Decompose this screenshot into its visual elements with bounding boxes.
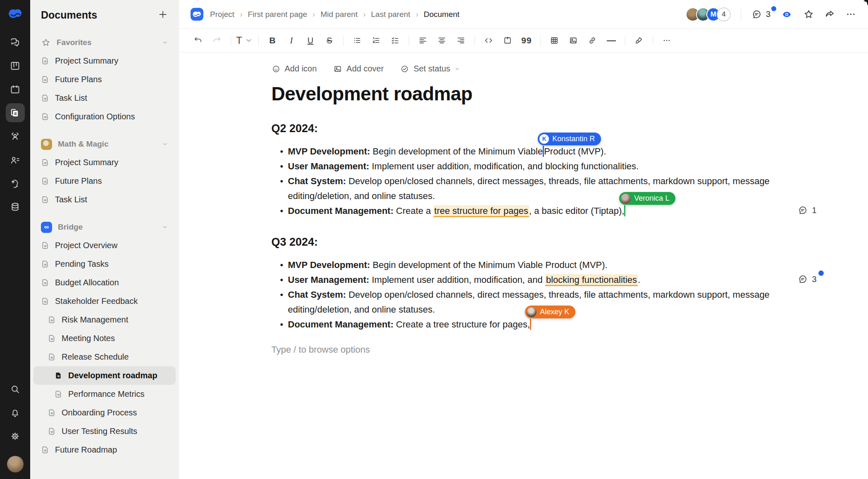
rail-documents[interactable]: [6, 103, 25, 122]
underline-button[interactable]: U: [301, 32, 320, 49]
sidebar-item-configuration-options[interactable]: Configuration Options: [33, 107, 176, 126]
align-right-button[interactable]: [452, 32, 470, 49]
sidebar-item-user-testing-results[interactable]: User Testing Results: [33, 422, 176, 441]
collaborator-overflow-count[interactable]: 4: [717, 7, 731, 21]
bullet-item[interactable]: Document Management: Create a tree struc…: [288, 317, 776, 332]
check-list-button[interactable]: [386, 32, 404, 49]
rail-team[interactable]: [6, 127, 25, 146]
new-document-button[interactable]: [157, 9, 168, 21]
redo-button[interactable]: [208, 32, 226, 49]
breadcrumb-separator: ›: [363, 10, 365, 19]
table-button[interactable]: [545, 32, 563, 49]
sidebar-item-project-summary[interactable]: Project Summary: [33, 153, 176, 172]
add-cover-button[interactable]: Add cover: [333, 64, 384, 74]
bullet-list-button[interactable]: [348, 32, 366, 49]
link-button[interactable]: [583, 32, 601, 49]
image-button[interactable]: [564, 32, 582, 49]
section-header-favorites[interactable]: Favorites: [33, 33, 176, 52]
ordered-list-button[interactable]: [367, 32, 385, 49]
rail-contacts[interactable]: [6, 150, 25, 169]
bullet-item[interactable]: User Management: Implement user addition…: [288, 273, 776, 287]
more-button[interactable]: [658, 32, 676, 49]
margin-comment-badge[interactable]: 3: [797, 274, 817, 285]
section-header-math-magic[interactable]: Math & Magic: [33, 135, 176, 153]
sidebar-item-stakeholder-feedback[interactable]: Stakeholder Feedback: [33, 292, 176, 311]
section-heading-q2-2024[interactable]: Q2 2024:: [272, 122, 776, 135]
team-icon: [10, 131, 21, 142]
sidebar-item-project-summary[interactable]: Project Summary: [33, 52, 176, 70]
breadcrumb-item-document[interactable]: Document: [424, 10, 460, 19]
rail-ai-assistant[interactable]: [6, 174, 25, 193]
cursor-label-veronica: Veronica L: [619, 192, 675, 205]
sidebar-item-future-plans[interactable]: Future Plans: [33, 70, 176, 89]
text-style-button[interactable]: T: [236, 32, 254, 49]
align-center-button[interactable]: [433, 32, 451, 49]
section-header-bridge[interactable]: ∞Bridge: [33, 218, 176, 236]
sidebar-item-development-roadmap[interactable]: Development roadmap: [33, 366, 176, 385]
margin-comment-badge[interactable]: 1: [797, 205, 817, 216]
rail-settings[interactable]: [6, 427, 25, 446]
breadcrumb-project-icon[interactable]: [191, 8, 203, 21]
app-logo-icon[interactable]: [7, 5, 24, 22]
remote-caret-veronica: Veronica L: [624, 205, 625, 216]
sidebar-item-pending-tasks[interactable]: Pending Tasks: [33, 255, 176, 273]
page-title[interactable]: Development roadmap: [272, 83, 776, 105]
code-block-button[interactable]: [498, 32, 517, 49]
breadcrumb-item-first-parent-page[interactable]: First parent page: [248, 10, 307, 19]
highlighted-text[interactable]: tree structure for pages: [434, 205, 529, 217]
sidebar-item-task-list[interactable]: Task List: [33, 89, 176, 107]
undo-button[interactable]: [189, 32, 207, 49]
align-left-button[interactable]: [414, 32, 432, 49]
add-icon-button[interactable]: Add icon: [272, 64, 317, 74]
cursor-initial-badge: K: [539, 134, 549, 144]
toolbar-separator: [625, 35, 625, 46]
breadcrumb-separator: ›: [312, 10, 315, 19]
sidebar-item-budget-allocation[interactable]: Budget Allocation: [33, 273, 176, 292]
set-status-button[interactable]: Set status: [400, 64, 460, 74]
bullet-item[interactable]: Document Management: Create a tree struc…: [288, 204, 776, 218]
rail-search[interactable]: [6, 379, 25, 398]
italic-button[interactable]: I: [282, 32, 300, 49]
sidebar-item-future-roadmap[interactable]: Future Roadmap: [33, 441, 176, 459]
more-button[interactable]: [845, 9, 856, 20]
rail-calendar[interactable]: [6, 80, 25, 99]
bullet-item[interactable]: Chat System: Develop open/closed channel…: [288, 174, 776, 204]
document-canvas[interactable]: Add iconAdd coverSet status Development …: [179, 52, 868, 479]
breadcrumb-item-project[interactable]: Project: [210, 10, 234, 19]
breadcrumb-item-mid-parent[interactable]: Mid parent: [320, 10, 358, 19]
favorite-button[interactable]: [803, 9, 814, 20]
inline-code-button[interactable]: [479, 32, 498, 49]
bullet-list: MVP Development: Begin development of th…: [272, 258, 776, 332]
editor-placeholder[interactable]: Type / to browse options: [272, 344, 776, 355]
rail-database[interactable]: [6, 197, 25, 216]
sidebar-item-release-schedule[interactable]: Release Schedule: [33, 348, 176, 366]
horizontal-rule-button[interactable]: —: [602, 32, 620, 49]
bold-button[interactable]: B: [263, 32, 281, 49]
quote-button[interactable]: 99: [517, 32, 536, 49]
section-heading-q3-2024[interactable]: Q3 2024:: [272, 236, 776, 249]
sidebar-item-performance-metrics[interactable]: Performance Metrics: [33, 385, 176, 403]
watch-button[interactable]: [780, 9, 793, 19]
comments-button[interactable]: 3: [751, 9, 770, 20]
breadcrumb-separator: ›: [416, 10, 418, 19]
sidebar-item-project-overview[interactable]: Project Overview: [33, 236, 176, 255]
chevron-down-icon: [454, 66, 460, 72]
highlighted-text[interactable]: blocking functionalities: [545, 274, 638, 286]
sidebar-item-future-plans[interactable]: Future Plans: [33, 172, 176, 190]
rail-notifications[interactable]: [6, 403, 25, 422]
rail-chats[interactable]: [6, 33, 25, 52]
breadcrumb-item-last-parent[interactable]: Last parent: [371, 10, 410, 19]
bullet-item[interactable]: User Management: Implement user addition…: [288, 159, 776, 174]
strikethrough-button[interactable]: S: [320, 32, 339, 49]
sidebar-item-task-list[interactable]: Task List: [33, 190, 176, 209]
sidebar-item-onboarding-process[interactable]: Onboarding Process: [33, 403, 176, 422]
rail-boards[interactable]: [6, 56, 25, 75]
documents-sidebar: Documents FavoritesProject SummaryFuture…: [30, 0, 179, 479]
bullet-item[interactable]: MVP Development: Begin development of th…: [288, 258, 776, 273]
share-button[interactable]: [824, 9, 835, 20]
user-avatar[interactable]: [7, 456, 24, 472]
bullet-item[interactable]: MVP Development: Begin development of th…: [288, 144, 776, 159]
sidebar-item-risk-management[interactable]: Risk Management: [33, 311, 176, 329]
format-brush-button[interactable]: [630, 32, 648, 49]
sidebar-item-meeting-notes[interactable]: Meeting Notes: [33, 329, 176, 348]
